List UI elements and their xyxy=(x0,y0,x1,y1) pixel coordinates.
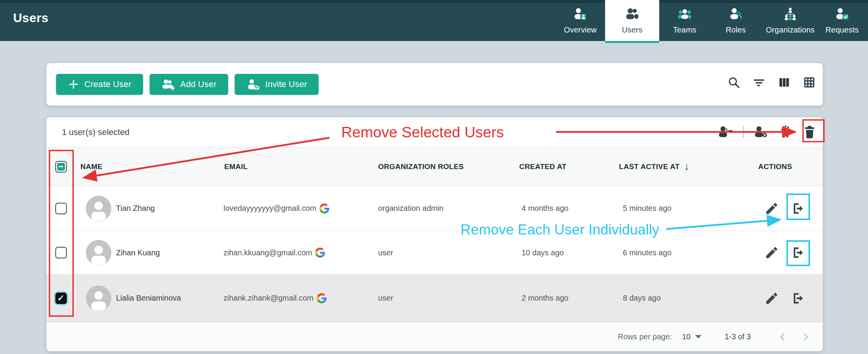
role-cell: user xyxy=(367,294,506,303)
table-row: Zihan Kuang zihan.kkuang@gmail.com user … xyxy=(46,231,823,275)
invite-user-button[interactable]: Invite User xyxy=(235,74,319,95)
edit-icon[interactable] xyxy=(764,201,779,216)
invite-user-icon xyxy=(246,77,260,91)
check-icon: ✓ xyxy=(57,294,64,303)
avatar xyxy=(86,240,111,265)
edit-icon[interactable] xyxy=(764,245,779,260)
row-select-cell xyxy=(46,203,75,214)
select-all-checkbox[interactable] xyxy=(55,161,67,173)
actions-cell xyxy=(742,245,823,260)
caret-down-icon xyxy=(695,335,701,339)
tab-label: Requests xyxy=(825,26,859,34)
header-created[interactable]: CREATED AT xyxy=(506,162,605,171)
users-table-card: 1 user(s) selected xyxy=(46,117,823,351)
last-active-cell: 8 days ago xyxy=(605,294,742,303)
role-cell: organization admin xyxy=(367,204,506,213)
remove-user-row-icon[interactable] xyxy=(791,245,805,260)
user-email: lovedayyyyyyy@gmail.com xyxy=(223,204,316,213)
button-label: Invite User xyxy=(265,79,307,89)
add-user-button[interactable]: Add User xyxy=(150,74,228,95)
main-nav: Overview Users Teams Roles xyxy=(556,0,865,41)
row-select-cell: ✓ xyxy=(46,292,75,304)
remove-user-row-icon[interactable] xyxy=(791,201,805,216)
teams-icon xyxy=(677,7,692,22)
delete-icon[interactable] xyxy=(802,125,817,140)
create-user-button[interactable]: Create User xyxy=(56,74,143,95)
toolbar-icons xyxy=(727,76,816,89)
role-cell: user xyxy=(367,248,506,257)
toolbar-buttons: Create User Add User Invite User xyxy=(56,74,319,95)
person-icon xyxy=(86,240,111,265)
org-tree-icon xyxy=(783,7,798,22)
pagination-range: 1-3 of 3 xyxy=(725,332,751,341)
rows-per-page-label: Rows per page: xyxy=(618,332,672,341)
award-icon[interactable] xyxy=(779,125,793,140)
selection-actions xyxy=(717,125,817,140)
columns-icon[interactable] xyxy=(778,76,791,89)
remove-user-row-icon[interactable] xyxy=(791,291,805,306)
created-cell: 4 months ago xyxy=(506,204,605,213)
indeterminate-dash xyxy=(59,166,63,168)
google-icon xyxy=(315,248,325,258)
header-roles[interactable]: ORGANIZATION ROLES xyxy=(367,162,506,171)
rows-per-page-value: 10 xyxy=(682,332,691,341)
email-cell: zihan.kkuang@gmail.com xyxy=(220,248,367,258)
email-cell: lovedayyyyyyy@gmail.com xyxy=(220,204,367,214)
user-key-icon xyxy=(728,7,744,22)
table-header-row: NAME EMAIL ORGANIZATION ROLES CREATED AT… xyxy=(46,147,823,186)
rows-per-page-select[interactable]: 10 xyxy=(682,332,701,341)
next-page-button[interactable] xyxy=(798,329,813,345)
header-last-active-label: LAST ACTIVE AT xyxy=(619,162,680,171)
user-name: Tian Zhang xyxy=(116,204,155,213)
avatar xyxy=(86,286,111,311)
tab-label: Organizations xyxy=(766,26,815,34)
remove-user-icon[interactable] xyxy=(717,125,734,140)
chevron-right-icon xyxy=(801,332,811,342)
person-icon xyxy=(86,196,111,221)
user-name: Lialia Beniaminova xyxy=(116,294,181,303)
button-label: Create User xyxy=(84,79,131,89)
avatar xyxy=(86,196,111,221)
actions-cell xyxy=(742,201,823,216)
header-last-active[interactable]: LAST ACTIVE AT ↓ xyxy=(605,161,742,172)
user-email: zihan.kkuang@gmail.com xyxy=(223,248,312,257)
selection-count: 1 user(s) selected xyxy=(62,127,130,137)
screen: Users Overview Users Teams xyxy=(0,0,868,354)
tab-overview[interactable]: Overview xyxy=(556,0,605,41)
last-active-cell: 5 minutes ago xyxy=(605,204,742,213)
edit-icon[interactable] xyxy=(764,291,779,306)
tab-requests[interactable]: Requests xyxy=(819,0,865,41)
google-icon xyxy=(317,293,327,303)
email-cell: zihank.zihank@gmail.com xyxy=(220,293,367,303)
user-badge-icon xyxy=(573,7,588,22)
sort-desc-icon[interactable]: ↓ xyxy=(684,161,690,172)
user-settings-icon[interactable] xyxy=(753,125,769,140)
search-icon[interactable] xyxy=(727,76,740,89)
user-name: Zihan Kuang xyxy=(116,248,160,257)
header-email[interactable]: EMAIL xyxy=(220,162,367,171)
toolbar-card: Create User Add User Invite User xyxy=(46,63,823,106)
tab-users[interactable]: Users xyxy=(605,0,659,41)
filter-icon[interactable] xyxy=(752,76,766,89)
user-check-icon xyxy=(834,7,850,22)
row-checkbox[interactable] xyxy=(55,247,67,258)
users-icon xyxy=(624,7,640,22)
chevron-left-icon xyxy=(778,332,788,342)
row-checkbox[interactable]: ✓ xyxy=(55,292,67,304)
tab-roles[interactable]: Roles xyxy=(710,0,761,41)
created-cell: 10 days ago xyxy=(506,248,605,257)
header-name[interactable]: NAME xyxy=(75,162,220,171)
tab-organizations[interactable]: Organizations xyxy=(761,0,819,41)
page-title: Users xyxy=(13,11,48,25)
grid-icon[interactable] xyxy=(803,76,816,89)
created-cell: 2 months ago xyxy=(506,294,605,303)
row-checkbox[interactable] xyxy=(55,203,67,214)
actions-cell xyxy=(742,291,823,306)
name-cell: Lialia Beniaminova xyxy=(75,286,220,311)
selection-bar: 1 user(s) selected xyxy=(46,117,823,147)
tab-teams[interactable]: Teams xyxy=(659,0,710,41)
tab-label: Roles xyxy=(726,26,746,34)
user-email: zihank.zihank@gmail.com xyxy=(223,294,314,303)
previous-page-button[interactable] xyxy=(775,329,790,345)
button-label: Add User xyxy=(180,79,217,89)
